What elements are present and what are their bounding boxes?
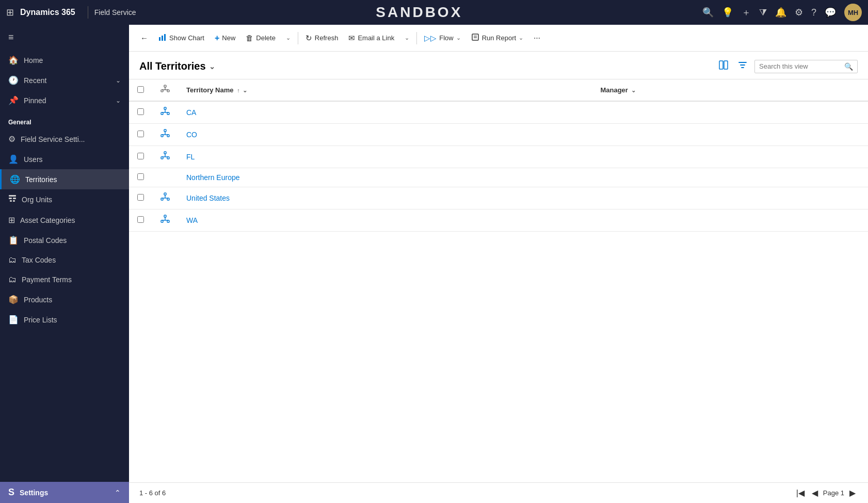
chat-icon[interactable]: 💬 bbox=[825, 7, 836, 18]
sidebar-item-label: Payment Terms bbox=[22, 275, 72, 284]
email-label: Email a Link bbox=[358, 34, 394, 42]
email-more-button[interactable]: ⌄ bbox=[399, 31, 414, 44]
next-page-icon: ▶ bbox=[849, 489, 856, 497]
sidebar-item-price-lists[interactable]: 📄 Price Lists bbox=[0, 310, 129, 330]
show-chart-button[interactable]: Show Chart bbox=[153, 30, 210, 46]
run-report-button[interactable]: Run Report ⌄ bbox=[466, 30, 528, 46]
grid-menu-icon[interactable]: ⊞ bbox=[6, 7, 14, 18]
price-lists-icon: 📄 bbox=[8, 315, 19, 324]
svg-rect-5 bbox=[159, 37, 160, 41]
refresh-button[interactable]: ↻ Refresh bbox=[300, 30, 344, 46]
row-checkbox[interactable] bbox=[129, 168, 152, 187]
row-checkbox[interactable] bbox=[129, 101, 152, 124]
edit-columns-icon[interactable] bbox=[716, 58, 731, 75]
select-all-checkbox[interactable] bbox=[137, 86, 144, 93]
first-page-button[interactable]: |◀ bbox=[794, 487, 807, 499]
globe-icon: 🌐 bbox=[10, 174, 20, 184]
view-title[interactable]: All Territories ⌄ bbox=[139, 60, 215, 72]
new-button[interactable]: + New bbox=[210, 30, 240, 46]
search-icon[interactable]: 🔍 bbox=[702, 7, 714, 18]
sidebar-item-field-service-settings[interactable]: ⚙ Field Service Setti... bbox=[0, 129, 129, 149]
svg-rect-4 bbox=[13, 200, 15, 202]
row-icon bbox=[152, 124, 178, 146]
territory-link[interactable]: Northern Europe bbox=[186, 173, 240, 182]
sidebar-item-org-units[interactable]: Org Units bbox=[0, 189, 129, 210]
view-header-icons: 🔍 bbox=[716, 58, 858, 75]
manager-col-header[interactable]: Manager ⌄ bbox=[592, 79, 868, 101]
add-icon[interactable]: ＋ bbox=[742, 6, 751, 19]
email-link-button[interactable]: ✉ Email a Link bbox=[343, 30, 399, 46]
territory-link[interactable]: WA bbox=[186, 216, 198, 224]
back-icon: ← bbox=[140, 34, 148, 42]
flow-button[interactable]: ▷▷ Flow ⌄ bbox=[419, 30, 465, 46]
col-sort-chevron-icon: ⌄ bbox=[243, 87, 247, 93]
sidebar-item-pinned[interactable]: 📌 Pinned ⌄ bbox=[0, 90, 129, 110]
sidebar-item-payment-terms[interactable]: 🗂 Payment Terms bbox=[0, 270, 129, 289]
sidebar-item-territories[interactable]: 🌐 Territories bbox=[0, 169, 129, 189]
products-icon: 📦 bbox=[8, 295, 19, 304]
more-options-icon: ⋯ bbox=[534, 34, 540, 42]
help-icon[interactable]: ? bbox=[811, 7, 816, 18]
refresh-icon: ↻ bbox=[306, 34, 312, 43]
svg-rect-33 bbox=[164, 193, 166, 195]
settings-bottom-icon: S bbox=[8, 487, 14, 498]
delete-button[interactable]: 🗑 Delete bbox=[240, 30, 281, 45]
territory-link[interactable]: CO bbox=[186, 131, 197, 139]
postal-icon: 📋 bbox=[8, 235, 19, 245]
sidebar-item-users[interactable]: 👤 Users bbox=[0, 149, 129, 169]
sidebar-item-tax-codes[interactable]: 🗂 Tax Codes bbox=[0, 250, 129, 270]
territory-link[interactable]: CA bbox=[186, 108, 196, 117]
manager-chevron-icon: ⌄ bbox=[631, 87, 636, 93]
svg-rect-13 bbox=[164, 85, 166, 87]
asset-icon: ⊞ bbox=[8, 215, 15, 225]
row-icon bbox=[152, 187, 178, 209]
notification-icon[interactable]: 🔔 bbox=[775, 7, 786, 18]
territory-link[interactable]: FL bbox=[186, 153, 195, 161]
show-chart-icon bbox=[158, 33, 167, 43]
table-row: CA bbox=[129, 101, 868, 124]
sidebar-item-recent[interactable]: 🕐 Recent ⌄ bbox=[0, 70, 129, 90]
sidebar-item-label: Tax Codes bbox=[22, 256, 56, 264]
row-manager bbox=[592, 187, 868, 209]
territories-table: Territory Name ↑ ⌄ Manager ⌄ bbox=[129, 79, 868, 482]
territory-name-col-header[interactable]: Territory Name ↑ ⌄ bbox=[178, 79, 592, 101]
sidebar-item-label: Products bbox=[24, 296, 52, 304]
svg-rect-14 bbox=[161, 90, 163, 92]
delete-chevron-icon: ⌄ bbox=[286, 35, 291, 41]
user-avatar[interactable]: MH bbox=[844, 4, 862, 21]
filter-view-icon[interactable] bbox=[736, 58, 749, 74]
row-checkbox[interactable] bbox=[129, 124, 152, 146]
filter-icon[interactable]: ⧩ bbox=[759, 7, 767, 18]
sidebar-settings-bottom[interactable]: S Settings ⌃ bbox=[0, 482, 129, 503]
back-button[interactable]: ← bbox=[135, 30, 153, 45]
lightbulb-icon[interactable]: 💡 bbox=[722, 7, 733, 18]
search-input[interactable] bbox=[759, 62, 844, 70]
row-checkbox[interactable] bbox=[129, 146, 152, 168]
row-name: CO bbox=[178, 124, 592, 146]
settings-icon[interactable]: ⚙ bbox=[795, 7, 803, 18]
row-checkbox[interactable] bbox=[129, 187, 152, 209]
sidebar-item-label: Territories bbox=[25, 175, 57, 184]
payment-icon: 🗂 bbox=[8, 275, 17, 284]
sidebar-item-home[interactable]: 🏠 Home bbox=[0, 50, 129, 70]
row-icon bbox=[152, 209, 178, 232]
table-row: CO bbox=[129, 124, 868, 146]
svg-rect-11 bbox=[719, 61, 723, 69]
sidebar-item-products[interactable]: 📦 Products bbox=[0, 289, 129, 310]
search-box[interactable]: 🔍 bbox=[754, 60, 858, 73]
prev-page-button[interactable]: ◀ bbox=[810, 487, 820, 499]
sidebar-menu-button[interactable]: ≡ bbox=[0, 25, 129, 50]
territory-link[interactable]: United States bbox=[186, 194, 230, 202]
delete-more-button[interactable]: ⌄ bbox=[281, 31, 296, 44]
next-page-button[interactable]: ▶ bbox=[847, 487, 858, 499]
search-box-icon: 🔍 bbox=[844, 62, 853, 71]
sidebar-item-asset-categories[interactable]: ⊞ Asset Categories bbox=[0, 210, 129, 230]
svg-rect-7 bbox=[164, 34, 166, 41]
flow-label: Flow bbox=[439, 34, 453, 42]
row-checkbox[interactable] bbox=[129, 209, 152, 232]
svg-rect-15 bbox=[167, 90, 169, 92]
row-icon bbox=[152, 168, 178, 187]
more-options-button[interactable]: ⋯ bbox=[528, 31, 545, 45]
sidebar-item-postal-codes[interactable]: 📋 Postal Codes bbox=[0, 230, 129, 250]
table-row: United States bbox=[129, 187, 868, 209]
